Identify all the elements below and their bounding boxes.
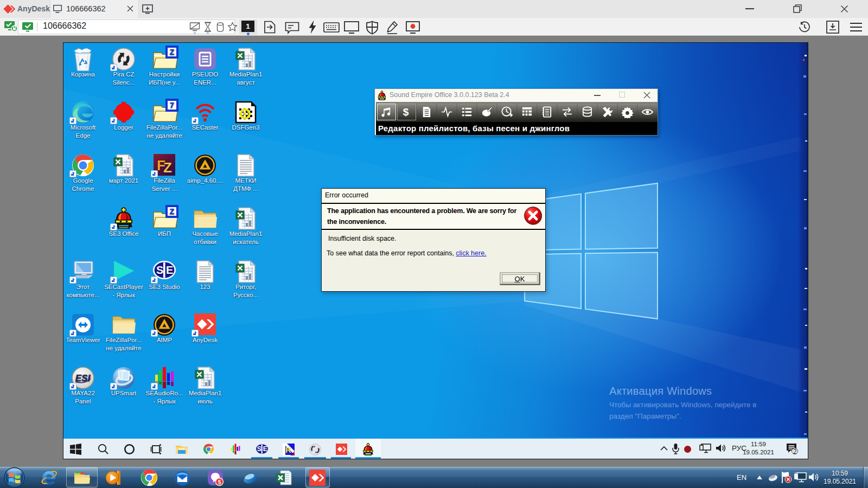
svg-text:S: S xyxy=(257,445,261,453)
svg-text:$: $ xyxy=(403,106,409,118)
svg-text:ESI: ESI xyxy=(75,373,91,383)
svg-text:Z: Z xyxy=(163,159,172,176)
svg-text:2: 2 xyxy=(793,448,797,455)
svg-text:E: E xyxy=(263,445,267,453)
svg-text:5: 5 xyxy=(218,479,221,485)
svg-text:E: E xyxy=(166,264,173,276)
svg-text:R: R xyxy=(285,445,291,454)
svg-text:S: S xyxy=(156,264,163,276)
